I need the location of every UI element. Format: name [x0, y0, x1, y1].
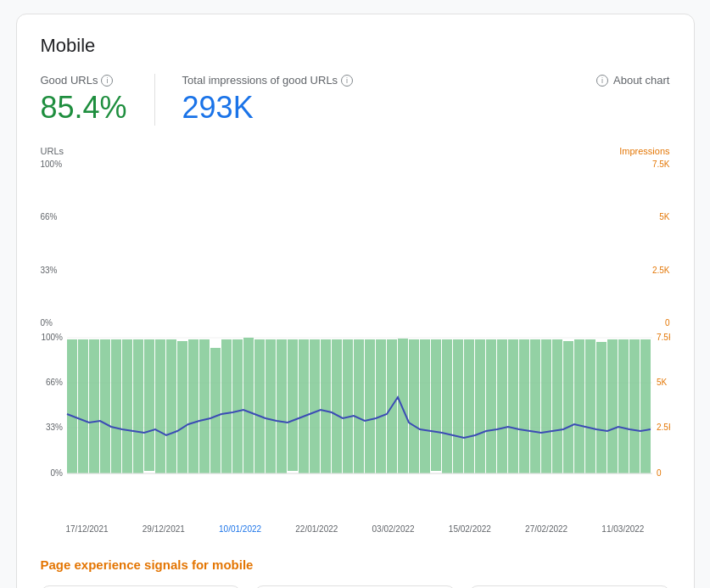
- main-card: Mobile Good URLs i 85.4% Total impressio…: [16, 14, 695, 588]
- svg-rect-13: [78, 339, 88, 473]
- svg-rect-27: [232, 339, 243, 473]
- metrics-row: Good URLs i 85.4% Total impressions of g…: [41, 74, 670, 126]
- svg-rect-57: [563, 341, 573, 473]
- svg-text:100%: 100%: [41, 333, 63, 342]
- good-urls-info-icon[interactable]: i: [101, 75, 113, 87]
- svg-text:2.5K: 2.5K: [657, 423, 670, 432]
- svg-rect-12: [67, 339, 77, 473]
- svg-rect-28: [243, 338, 254, 473]
- svg-text:66%: 66%: [45, 378, 62, 387]
- svg-rect-49: [475, 339, 485, 473]
- svg-rect-52: [508, 339, 518, 473]
- svg-rect-45: [431, 339, 441, 471]
- svg-rect-29: [254, 339, 265, 473]
- svg-rect-51: [497, 339, 507, 473]
- svg-rect-20: [155, 339, 165, 473]
- svg-rect-23: [188, 339, 198, 473]
- svg-rect-38: [354, 339, 364, 473]
- chart-axis-labels: URLs Impressions: [41, 146, 670, 156]
- svg-rect-47: [453, 339, 463, 473]
- chart-x-labels: 17/12/2021 29/12/2021 10/01/2022 22/01/2…: [41, 524, 670, 534]
- svg-rect-33: [299, 339, 309, 473]
- svg-rect-42: [398, 339, 408, 473]
- chart-svg-wrapper: 100% 66% 33% 0% 7.5K 5K 2.5K 0: [41, 160, 670, 329]
- signals-section-title: Page experience signals for mobile: [41, 557, 670, 572]
- svg-rect-30: [266, 339, 276, 473]
- svg-rect-25: [210, 348, 221, 473]
- svg-rect-19: [144, 339, 154, 471]
- svg-rect-48: [464, 339, 474, 473]
- svg-rect-46: [442, 339, 452, 473]
- chart-svg: [41, 160, 670, 329]
- svg-rect-63: [629, 339, 640, 473]
- svg-rect-15: [100, 339, 110, 473]
- y-axis-right-label: Impressions: [619, 146, 669, 156]
- good-urls-label: Good URLs i: [41, 74, 127, 87]
- svg-rect-60: [596, 342, 607, 473]
- impressions-label: Total impressions of good URLs i: [182, 74, 354, 87]
- svg-rect-16: [111, 339, 121, 473]
- svg-rect-53: [519, 339, 529, 473]
- good-urls-metric: Good URLs i 85.4%: [41, 74, 154, 126]
- svg-rect-37: [343, 339, 353, 473]
- svg-rect-17: [122, 339, 132, 473]
- svg-rect-43: [409, 339, 419, 473]
- signals-section: Page experience signals for mobile Core …: [41, 557, 670, 588]
- svg-rect-22: [177, 341, 187, 473]
- svg-rect-35: [321, 339, 331, 473]
- good-urls-value: 85.4%: [41, 90, 127, 126]
- svg-rect-64: [640, 339, 651, 473]
- svg-rect-39: [365, 339, 375, 473]
- svg-rect-36: [332, 339, 342, 473]
- svg-rect-40: [376, 339, 386, 473]
- svg-rect-56: [552, 339, 562, 473]
- svg-rect-55: [541, 339, 551, 473]
- svg-text:33%: 33%: [45, 423, 62, 432]
- svg-text:7.5K: 7.5K: [657, 333, 670, 342]
- svg-rect-31: [277, 339, 287, 473]
- svg-rect-21: [166, 339, 176, 473]
- svg-rect-24: [199, 339, 210, 473]
- about-chart-button[interactable]: i About chart: [596, 74, 670, 87]
- svg-rect-32: [288, 339, 298, 471]
- svg-rect-26: [221, 339, 232, 473]
- y-axis-left-label: URLs: [41, 146, 64, 156]
- svg-rect-58: [574, 339, 584, 473]
- svg-rect-61: [607, 339, 618, 473]
- svg-rect-62: [618, 339, 629, 473]
- svg-rect-54: [530, 339, 540, 473]
- svg-text:5K: 5K: [657, 378, 668, 387]
- svg-rect-59: [585, 339, 595, 473]
- chart-container: URLs Impressions 100% 66% 33% 0% 7.5K 5K…: [41, 146, 670, 534]
- svg-rect-34: [310, 339, 320, 473]
- svg-text:0%: 0%: [50, 468, 63, 478]
- svg-rect-18: [133, 339, 143, 473]
- main-chart: 100% 66% 33% 0% 7.5K 5K 2.5K 0: [41, 329, 670, 516]
- svg-rect-14: [89, 339, 99, 473]
- impressions-value: 293K: [182, 90, 354, 126]
- svg-rect-44: [420, 339, 430, 473]
- svg-text:0: 0: [657, 468, 662, 478]
- svg-rect-50: [486, 339, 496, 473]
- impressions-info-icon[interactable]: i: [341, 75, 353, 87]
- impressions-metric: Total impressions of good URLs i 293K: [154, 74, 381, 126]
- page-title: Mobile: [41, 35, 670, 57]
- about-chart-info-icon: i: [596, 75, 608, 87]
